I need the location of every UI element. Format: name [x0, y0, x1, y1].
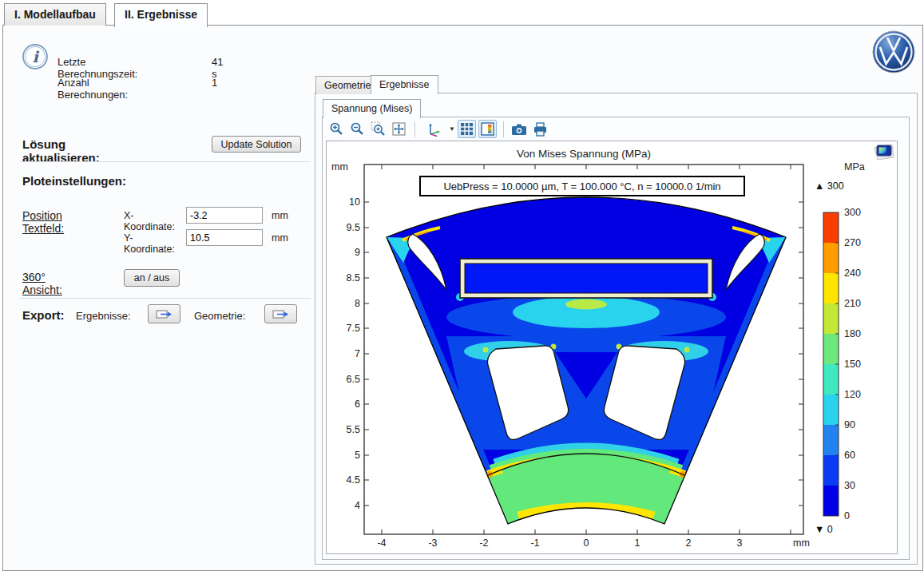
color-legend-toggle-icon[interactable]	[478, 120, 497, 138]
calc-count-value: 1	[212, 77, 217, 89]
zoom-box-icon[interactable]	[369, 120, 387, 138]
export-icon	[156, 308, 173, 320]
svg-text:270: 270	[844, 237, 861, 248]
snapshot-camera-icon[interactable]	[510, 120, 529, 138]
divider	[20, 161, 311, 162]
x-coordinate-input[interactable]	[186, 207, 263, 224]
svg-text:4.5: 4.5	[347, 474, 360, 486]
zoom-extents-icon[interactable]	[390, 120, 408, 138]
export-heading: Export:	[22, 308, 65, 322]
svg-text:7.5: 7.5	[347, 323, 360, 334]
svg-text:7: 7	[355, 348, 360, 359]
position-textfeld-label: Position Textfeld:	[22, 209, 64, 235]
svg-text:10: 10	[349, 196, 360, 208]
toolbar-separator	[503, 121, 504, 137]
svg-text:3: 3	[737, 537, 743, 549]
export-geometry-label: Geometrie:	[194, 310, 245, 322]
dropdown-caret-icon[interactable]: ▼	[449, 125, 455, 133]
svg-text:0: 0	[584, 537, 589, 549]
colorbar-unit: MPa	[844, 161, 865, 172]
y-unit-label: mm	[272, 232, 288, 244]
svg-text:-2: -2	[479, 537, 488, 549]
colorbar: MPa ▲ 300 300 270 240 210 180 150 120 90…	[815, 161, 865, 535]
tab-modellaufbau[interactable]: I. Modellaufbau	[4, 3, 106, 26]
svg-text:60: 60	[844, 450, 855, 461]
grid-toggle-icon[interactable]	[458, 120, 476, 138]
svg-text:-1: -1	[530, 537, 539, 549]
y-coordinate-input[interactable]	[186, 229, 263, 246]
svg-text:1: 1	[635, 537, 640, 549]
plot-settings-heading: Ploteinstellungen:	[22, 174, 126, 188]
export-icon	[272, 308, 290, 320]
svg-text:8.5: 8.5	[347, 272, 360, 284]
annotation-text: UebPress = 10.0000 µm, T = 100.000 °C, n…	[443, 180, 720, 192]
y-coordinate-label: Y-Koordinate:	[124, 232, 175, 255]
plot-title: Von Mises Spannung (MPa)	[517, 148, 651, 160]
colorbar-max-marker: ▲ 300	[815, 180, 844, 192]
svg-text:2: 2	[686, 537, 692, 549]
svg-text:-4: -4	[377, 537, 386, 549]
magnet	[465, 264, 708, 293]
von-mises-plot: Von Mises Spannung (MPa)	[327, 141, 897, 553]
vw-logo	[872, 30, 917, 75]
x-axis-unit: mm	[793, 537, 810, 549]
svg-text:0: 0	[844, 510, 850, 521]
tab-ergebnisse[interactable]: II. Ergebnisse	[114, 3, 208, 27]
svg-text:30: 30	[844, 480, 855, 491]
svg-text:9.5: 9.5	[347, 222, 360, 233]
plot-canvas[interactable]: Von Mises Spannung (MPa)	[326, 141, 898, 554]
export-results-button[interactable]	[148, 304, 180, 323]
x-coordinate-label: X-Koordinate:	[124, 210, 175, 232]
plot-window-icon[interactable]	[874, 145, 894, 160]
x-unit-label: mm	[272, 210, 288, 221]
divider	[20, 298, 311, 299]
svg-text:8: 8	[355, 298, 360, 309]
zoom-out-icon[interactable]	[348, 120, 367, 138]
update-solution-heading: Lösung aktualisieren:	[22, 137, 100, 165]
svg-text:180: 180	[844, 328, 861, 339]
view360-label: 360° Ansicht:	[22, 271, 62, 296]
y-axis-unit: mm	[331, 161, 348, 172]
annotation-box: UebPress = 10.0000 µm, T = 100.000 °C, n…	[420, 176, 744, 196]
view360-toggle-button[interactable]: an / aus	[124, 269, 180, 287]
svg-text:210: 210	[844, 298, 861, 309]
x-axis-labels: -4 -3 -2 -1 0 1 2 3 mm	[377, 537, 809, 549]
svg-text:240: 240	[844, 268, 861, 279]
svg-text:90: 90	[844, 419, 855, 430]
print-icon[interactable]	[531, 120, 549, 138]
colorbar-tick-labels: 300 270 240 210 180 150 120 90 60 30 0	[844, 207, 861, 521]
svg-text:120: 120	[844, 389, 861, 400]
calc-count-label: Anzahl Berechnungen:	[58, 77, 128, 101]
export-results-label: Ergebnisse:	[76, 310, 131, 322]
tab-ergebnisse-plot[interactable]: Ergebnisse	[371, 75, 438, 94]
info-icon: i	[22, 43, 50, 72]
svg-text:6.5: 6.5	[347, 374, 360, 385]
export-geometry-button[interactable]	[264, 304, 297, 323]
zoom-in-icon[interactable]	[327, 120, 346, 138]
svg-text:9: 9	[355, 247, 360, 258]
svg-text:300: 300	[844, 207, 861, 218]
colorbar-min-marker: ▼ 0	[815, 524, 833, 535]
stress-surface	[387, 197, 786, 524]
svg-text:6: 6	[355, 399, 360, 410]
graphics-toolbar: ▼	[327, 120, 549, 138]
toolbar-separator	[414, 121, 415, 137]
svg-text:5: 5	[355, 450, 360, 461]
update-solution-button[interactable]: Update Solution	[212, 136, 301, 153]
svg-text:5.5: 5.5	[347, 424, 360, 435]
svg-text:4: 4	[355, 500, 360, 511]
axis-orientation-icon[interactable]	[422, 120, 446, 138]
svg-text:-3: -3	[428, 537, 437, 549]
tab-spannung-mises[interactable]: Spannung (Mises)	[323, 99, 421, 118]
svg-text:150: 150	[844, 359, 861, 370]
y-axis-labels: mm 10 9.5 9 8.5 8 7.5 7 6.5 6 5.5 5 4.5 …	[331, 161, 360, 511]
